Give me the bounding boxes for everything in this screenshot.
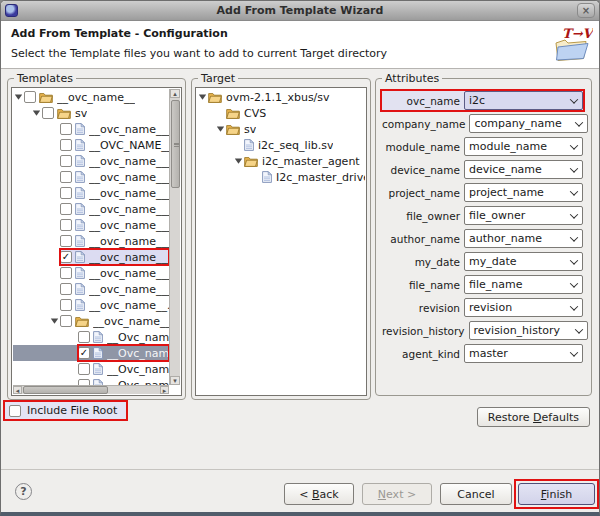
target-group: Target ovm-2.1.1_xbus/svCVSsvi2c_seq_lib…: [191, 78, 371, 400]
target-tree[interactable]: ovm-2.1.1_xbus/svCVSsvi2c_seq_lib.svi2c_…: [197, 89, 365, 394]
template-tree-row[interactable]: __Ovc_name_____: [13, 361, 169, 377]
scroll-down-icon[interactable]: ▾: [170, 376, 180, 385]
close-button[interactable]: ×: [577, 3, 595, 18]
attribute-field-revision_history: revision_historyrevision_history: [382, 321, 583, 340]
template-tree-row[interactable]: __ovc_name___inte: [13, 233, 169, 249]
target-tree-row[interactable]: ovm-2.1.1_xbus/sv: [197, 89, 365, 105]
template-tree-row[interactable]: __Ovc_name_____: [13, 329, 169, 345]
template-tree-row[interactable]: __ovc_name___env.: [13, 169, 169, 185]
title-bar[interactable]: Add From Template Wizard ×: [1, 1, 599, 21]
row-checkbox[interactable]: [60, 123, 72, 135]
target-tree-row[interactable]: i2c_master_agent: [197, 153, 365, 169]
tree-row-label: __ovc_name___type: [89, 155, 169, 168]
templates-tree[interactable]: __ovc_name__sv__ovc_name___bus___OVC_NAM…: [13, 89, 169, 385]
template-tree-row-content: __ovc_name__.svh: [60, 297, 169, 313]
template-tree-row[interactable]: __ovc_name___tran: [13, 201, 169, 217]
tree-row-label: __ovc_name___seq_: [89, 251, 169, 264]
chevron-down-icon[interactable]: [566, 190, 582, 196]
target-tree-row[interactable]: I2c_master_driver.sv: [197, 169, 365, 185]
attribute-combo-ovc_name[interactable]: i2c: [464, 91, 583, 110]
back-button[interactable]: < Back: [284, 483, 354, 505]
row-checkbox[interactable]: [60, 267, 72, 279]
cancel-button[interactable]: Cancel: [440, 483, 512, 505]
target-tree-row-content: i2c_seq_lib.sv: [244, 137, 365, 153]
chevron-down-icon[interactable]: [566, 98, 582, 104]
template-tree-row[interactable]: __ovc_name__: [13, 89, 169, 105]
chevron-down-icon[interactable]: [571, 328, 587, 334]
row-checkbox[interactable]: [60, 203, 72, 215]
template-tree-row[interactable]: __ovc_name___bus_: [13, 185, 169, 201]
attribute-combo-device_name[interactable]: device_name: [464, 160, 583, 179]
attribute-field-agent_kind: agent_kindmaster: [382, 344, 583, 363]
chevron-down-icon[interactable]: [571, 121, 587, 127]
target-tree-row-content: I2c_master_driver.sv: [262, 169, 365, 185]
row-checkbox[interactable]: [60, 283, 72, 295]
row-checkbox[interactable]: [24, 91, 36, 103]
chevron-down-icon[interactable]: [566, 213, 582, 219]
row-checkbox[interactable]: [78, 363, 90, 375]
expander-icon[interactable]: [215, 125, 226, 133]
target-tree-row[interactable]: i2c_seq_lib.sv: [197, 137, 365, 153]
template-tree-row[interactable]: ✓__Ovc_name_____: [13, 345, 169, 361]
scroll-left-icon[interactable]: ◂: [13, 386, 22, 394]
row-checkbox[interactable]: [60, 219, 72, 231]
attribute-combo-project_name[interactable]: project_name: [464, 183, 583, 202]
target-tree-row[interactable]: sv: [197, 121, 365, 137]
chevron-down-icon[interactable]: [566, 144, 582, 150]
template-tree-row[interactable]: __ovc_name___sequ: [13, 281, 169, 297]
template-tree-row[interactable]: __ovc_name___type: [13, 153, 169, 169]
chevron-down-icon[interactable]: [566, 305, 582, 311]
expander-icon[interactable]: [49, 317, 60, 325]
template-tree-row[interactable]: sv: [13, 105, 169, 121]
row-checkbox[interactable]: [60, 155, 72, 167]
attribute-combo-file_name[interactable]: file_name: [464, 275, 583, 294]
finish-button[interactable]: Finish: [518, 483, 595, 505]
template-tree-row[interactable]: ✓__ovc_name___seq_: [13, 249, 169, 265]
attribute-combo-module_name[interactable]: module_name: [464, 137, 583, 156]
template-tree-row[interactable]: __OVC_NAME___env: [13, 137, 169, 153]
template-tree-row[interactable]: __Ovc_name_____: [13, 377, 169, 385]
scroll-right-icon[interactable]: ▸: [160, 386, 169, 394]
attributes-group-label: Attributes: [382, 72, 442, 85]
row-checkbox[interactable]: [60, 171, 72, 183]
row-checkbox[interactable]: [60, 299, 72, 311]
vertical-scrollbar[interactable]: ▴ ▾: [169, 89, 180, 385]
help-icon[interactable]: ?: [15, 483, 32, 500]
attribute-combo-revision[interactable]: revision: [464, 298, 583, 317]
restore-defaults-button[interactable]: Restore Defaults: [477, 407, 590, 427]
template-tree-row[interactable]: __ovc_name___inte: [13, 265, 169, 281]
attribute-combo-company_name[interactable]: company_name: [469, 114, 588, 133]
target-tree-row[interactable]: CVS: [197, 105, 365, 121]
template-tree-row[interactable]: __ovc_name____ag: [13, 313, 169, 329]
expander-icon[interactable]: [197, 93, 208, 101]
template-tree-row[interactable]: __ovc_name___sequ: [13, 217, 169, 233]
row-checkbox[interactable]: [60, 139, 72, 151]
row-checkbox[interactable]: [78, 331, 90, 343]
chevron-down-icon[interactable]: [566, 351, 582, 357]
chevron-down-icon[interactable]: [566, 236, 582, 242]
row-checkbox[interactable]: [60, 315, 72, 327]
include-file-root-checkbox[interactable]: [9, 405, 21, 417]
chevron-down-icon[interactable]: [566, 167, 582, 173]
horizontal-scrollbar[interactable]: ◂ ▸: [13, 385, 169, 394]
expander-icon[interactable]: [31, 109, 42, 117]
chevron-down-icon[interactable]: [566, 282, 582, 288]
horizontal-scroll-thumb[interactable]: [23, 386, 108, 394]
row-checkbox[interactable]: [60, 235, 72, 247]
row-checkbox[interactable]: [60, 187, 72, 199]
expander-icon[interactable]: [233, 157, 244, 165]
template-tree-row[interactable]: __ovc_name___bus_: [13, 121, 169, 137]
vertical-scroll-thumb[interactable]: [171, 100, 180, 188]
attribute-combo-revision_history[interactable]: revision_history: [469, 321, 588, 340]
row-checkbox[interactable]: [42, 107, 54, 119]
expander-icon[interactable]: [13, 93, 24, 101]
row-checkbox[interactable]: ✓: [78, 347, 90, 359]
template-tree-row[interactable]: __ovc_name__.svh: [13, 297, 169, 313]
chevron-down-icon[interactable]: [566, 259, 582, 265]
scroll-up-icon[interactable]: ▴: [170, 89, 180, 98]
row-checkbox[interactable]: ✓: [60, 251, 72, 263]
attribute-combo-file_owner[interactable]: file_owner: [464, 206, 583, 225]
attribute-combo-author_name[interactable]: author_name: [464, 229, 583, 248]
attribute-combo-agent_kind[interactable]: master: [464, 344, 583, 363]
attribute-combo-my_date[interactable]: my_date: [464, 252, 583, 271]
